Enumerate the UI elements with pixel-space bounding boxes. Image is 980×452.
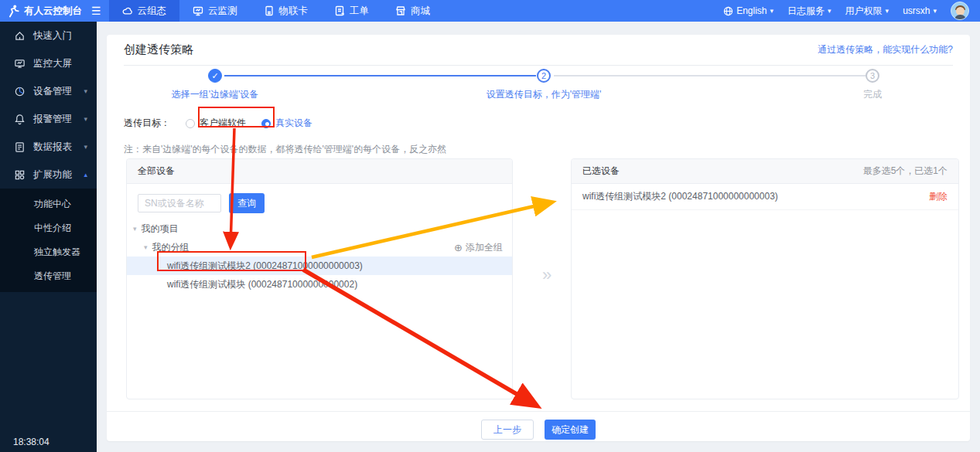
step-2-label: 设置透传目标，作为'管理端' xyxy=(459,88,629,101)
tree-node-label: 我的分组 xyxy=(152,241,190,254)
tab-mall[interactable]: 商城 xyxy=(382,0,443,22)
step-connector-2 xyxy=(554,75,866,76)
selected-device-name: wifi透传组测试模块2 (00024871000000000003) xyxy=(582,190,778,203)
log-service-menu[interactable]: 日志服务 ▾ xyxy=(787,5,831,18)
sidebar-item-alarm-management[interactable]: 报警管理 ▾ xyxy=(0,105,97,133)
tab-cloud-monitor[interactable]: 云监测 xyxy=(179,0,251,22)
sidebar-item-device-management[interactable]: 设备管理 ▾ xyxy=(0,77,97,105)
brand: 有人云控制台 xyxy=(0,0,87,22)
username-label: usrsxh xyxy=(903,5,930,16)
clock-timestamp: 18:38:04 xyxy=(13,437,50,447)
search-input[interactable] xyxy=(138,194,221,212)
chevron-down-icon: ▾ xyxy=(886,7,890,15)
page-title: 创建透传策略 xyxy=(124,42,193,57)
tab-cloud-config[interactable]: 云组态 xyxy=(109,0,180,22)
avatar[interactable] xyxy=(951,2,969,20)
document-icon xyxy=(334,5,345,16)
tab-work-order[interactable]: 工单 xyxy=(321,0,382,22)
user-rights-label: 用户权限 xyxy=(845,5,883,18)
sidebar-item-monitor-screen[interactable]: 监控大屏 xyxy=(0,49,97,77)
chevron-down-icon: ▾ xyxy=(933,7,937,15)
sidebar: 快速入门 监控大屏 设备管理 ▾ 报警管理 ▾ 数据报表 ▾ 扩展功能 ▴ xyxy=(0,22,97,452)
sidebar-submenu: 功能中心 中性介绍 独立触发器 透传管理 xyxy=(0,189,97,292)
caret-down-icon: ▾ xyxy=(144,243,148,251)
sidebar-item-label: 设备管理 xyxy=(33,85,84,98)
add-whole-group-link[interactable]: ⊕ 添加全组 xyxy=(454,241,503,254)
user-rights-menu[interactable]: 用户权限 ▾ xyxy=(845,5,890,18)
sim-card-icon xyxy=(264,5,275,16)
pie-chart-icon xyxy=(14,86,26,97)
search-button[interactable]: 查询 xyxy=(229,193,265,213)
all-devices-panel: 全部设备 查询 ▾ 我的项目 ▾ 我的分组 ⊕ 添加全组 xyxy=(126,158,513,399)
radio-label: 客户端软件 xyxy=(200,117,246,130)
selected-devices-panel: 已选设备 最多选5个，已选1个 wifi透传组测试模块2 (0002487100… xyxy=(571,158,959,399)
tab-label: 物联卡 xyxy=(279,5,309,18)
globe-icon xyxy=(723,6,733,16)
panel-title: 全部设备 xyxy=(138,165,175,178)
step-3-label: 完成 xyxy=(787,88,958,101)
hamburger-menu-icon[interactable]: ☰ xyxy=(87,0,109,22)
tab-label: 商城 xyxy=(411,5,430,18)
sidebar-item-label: 扩展功能 xyxy=(33,168,84,182)
create-policy-card: 创建透传策略 通过透传策略，能实现什么功能? ✓ 2 3 选择一组'边缘端'设备… xyxy=(107,35,970,441)
home-icon xyxy=(14,30,26,42)
bell-icon xyxy=(14,114,26,125)
tab-iot-card[interactable]: 物联卡 xyxy=(251,0,322,22)
sidebar-item-quick-start[interactable]: 快速入门 xyxy=(0,22,97,49)
add-group-label: 添加全组 xyxy=(466,241,503,254)
chevron-down-icon: ▾ xyxy=(84,143,87,151)
sidebar-item-label: 数据报表 xyxy=(33,141,84,154)
user-menu[interactable]: usrsxh ▾ xyxy=(903,5,937,16)
sidebar-item-extended-functions[interactable]: 扩展功能 ▴ xyxy=(0,161,97,189)
tab-label: 云监测 xyxy=(208,5,237,18)
sidebar-item-label: 报警管理 xyxy=(33,113,84,126)
usr-logo-icon xyxy=(6,4,20,18)
avatar-body xyxy=(954,15,966,20)
tree-node-project[interactable]: ▾ 我的项目 xyxy=(127,219,512,238)
radio-checked-icon xyxy=(261,119,271,128)
big-screen-icon xyxy=(14,58,26,70)
sidebar-item-label: 监控大屏 xyxy=(33,57,87,70)
log-service-label: 日志服务 xyxy=(787,5,825,18)
selected-device-row: wifi透传组测试模块2 (00024871000000000003) 删除 xyxy=(572,184,958,210)
brand-name: 有人云控制台 xyxy=(24,5,82,18)
confirm-create-button[interactable]: 确定创建 xyxy=(545,420,596,440)
device-row[interactable]: wifi透传组测试模块 (00024871000000000002) xyxy=(127,275,512,294)
check-icon: ✓ xyxy=(211,71,218,81)
sidebar-subitem-neutral-intro[interactable]: 中性介绍 xyxy=(0,216,97,240)
topbar-right: English ▾ 日志服务 ▾ 用户权限 ▾ usrsxh ▾ xyxy=(723,0,980,22)
delete-link[interactable]: 删除 xyxy=(929,190,948,203)
search-row: 查询 xyxy=(138,193,501,213)
tab-label: 工单 xyxy=(350,5,369,18)
previous-step-button[interactable]: 上一步 xyxy=(481,420,534,440)
panel-title: 已选设备 xyxy=(582,165,620,178)
topbar: 有人云控制台 ☰ 云组态 云监测 物联卡 工单 xyxy=(0,0,980,22)
language-menu[interactable]: English ▾ xyxy=(723,5,773,16)
passthrough-target-row: 透传目标： 客户端软件 真实设备 xyxy=(124,117,312,130)
sidebar-subitem-independent-trigger[interactable]: 独立触发器 xyxy=(0,240,97,264)
monitor-icon xyxy=(193,5,203,16)
footer-divider xyxy=(107,411,970,412)
report-icon xyxy=(14,141,26,153)
cloud-icon xyxy=(122,5,133,16)
note-text: 注：来自'边缘端'的每个设备的数据，都将透传给'管理端'的每个设备，反之亦然 xyxy=(124,143,446,156)
sidebar-item-data-reports[interactable]: 数据报表 ▾ xyxy=(0,133,97,161)
radio-unchecked-icon xyxy=(186,119,195,128)
device-row[interactable]: wifi透传组测试模块2 (00024871000000000003) xyxy=(127,257,512,275)
sidebar-subitem-passthrough-management[interactable]: 透传管理 xyxy=(0,264,97,288)
radio-client-software[interactable]: 客户端软件 xyxy=(186,117,246,130)
tab-label: 云组态 xyxy=(138,5,167,18)
card-header: 创建透传策略 通过透传策略，能实现什么功能? xyxy=(124,35,953,66)
help-link[interactable]: 通过透传策略，能实现什么功能? xyxy=(818,43,953,56)
language-label: English xyxy=(736,5,767,16)
tree-node-group[interactable]: ▾ 我的分组 ⊕ 添加全组 xyxy=(127,238,512,257)
selected-devices-header: 已选设备 最多选5个，已选1个 xyxy=(572,159,958,184)
sidebar-subitem-function-center[interactable]: 功能中心 xyxy=(0,192,97,216)
chevron-down-icon: ▾ xyxy=(84,115,87,123)
grid-icon xyxy=(14,169,26,181)
tree-node-label: 我的项目 xyxy=(142,223,179,236)
storefront-icon xyxy=(395,5,406,16)
circle-plus-icon: ⊕ xyxy=(454,242,463,253)
radio-real-device[interactable]: 真实设备 xyxy=(261,117,312,130)
chevron-up-icon: ▴ xyxy=(84,171,87,178)
